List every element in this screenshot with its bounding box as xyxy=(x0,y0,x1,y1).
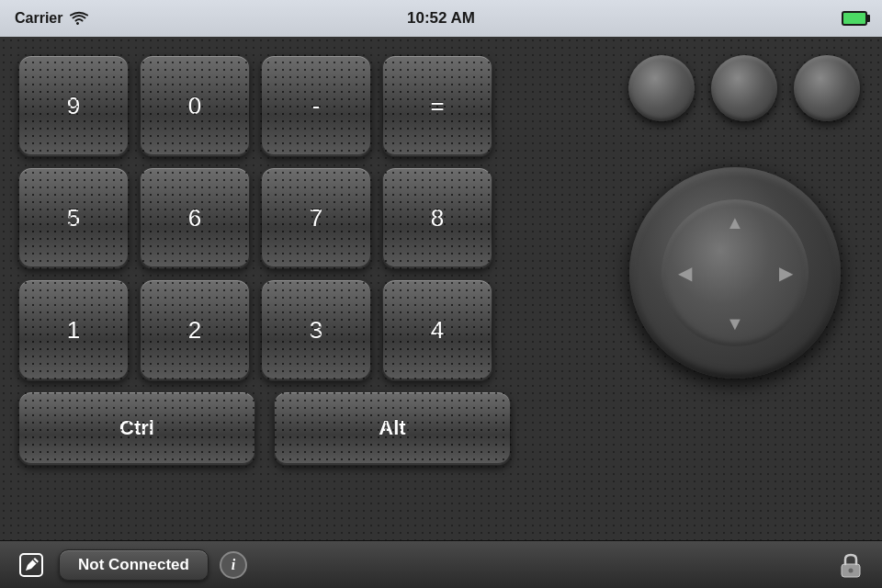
battery-icon xyxy=(842,11,867,26)
svg-point-2 xyxy=(849,568,854,572)
key-row-3: 1 2 3 4 xyxy=(18,279,533,380)
dpad-container: ▲ ▼ ◀ ▶ xyxy=(629,167,841,379)
circle-btn-3[interactable] xyxy=(794,55,860,121)
edit-button[interactable] xyxy=(15,548,48,582)
right-panel: ▲ ▼ ◀ ▶ xyxy=(606,55,864,505)
key-6[interactable]: 6 xyxy=(140,167,250,268)
status-bar: Carrier 10:52 AM xyxy=(0,0,882,37)
key-equals[interactable]: = xyxy=(382,55,492,156)
key-8[interactable]: 8 xyxy=(382,167,492,268)
main-keyboard-area: 9 0 - = 5 6 7 8 1 2 3 4 Ctrl Alt xyxy=(0,37,882,540)
key-1[interactable]: 1 xyxy=(18,279,129,380)
time-display: 10:52 AM xyxy=(407,9,475,28)
key-alt[interactable]: Alt xyxy=(274,391,511,465)
key-ctrl[interactable]: Ctrl xyxy=(18,391,255,465)
key-7[interactable]: 7 xyxy=(261,167,371,268)
circle-btn-2[interactable] xyxy=(711,55,777,121)
key-3[interactable]: 3 xyxy=(261,279,371,380)
dpad-right[interactable]: ▶ xyxy=(772,259,799,287)
keys-left-panel: 9 0 - = 5 6 7 8 1 2 3 4 Ctrl Alt xyxy=(18,55,533,465)
info-button[interactable]: i xyxy=(220,551,247,579)
key-row-4: Ctrl Alt xyxy=(18,391,533,465)
key-4[interactable]: 4 xyxy=(382,279,492,380)
dpad-left[interactable]: ◀ xyxy=(671,259,698,287)
bottom-toolbar: Not Connected i xyxy=(0,540,882,588)
key-5[interactable]: 5 xyxy=(18,167,129,268)
lock-icon[interactable] xyxy=(834,548,867,582)
dpad-up[interactable]: ▲ xyxy=(721,209,749,236)
circle-btn-1[interactable] xyxy=(628,55,695,121)
key-9[interactable]: 9 xyxy=(18,55,129,156)
dpad-arrows: ▲ ▼ ◀ ▶ xyxy=(662,199,808,346)
dpad-inner: ▲ ▼ ◀ ▶ xyxy=(662,199,808,346)
key-0[interactable]: 0 xyxy=(140,55,250,156)
circle-buttons-row xyxy=(606,55,864,121)
key-2[interactable]: 2 xyxy=(140,279,250,380)
key-row-1: 9 0 - = xyxy=(18,55,533,156)
dpad-down[interactable]: ▼ xyxy=(721,310,749,337)
wifi-icon xyxy=(70,11,88,26)
key-row-2: 5 6 7 8 xyxy=(18,167,533,268)
key-minus[interactable]: - xyxy=(261,55,371,156)
carrier-label: Carrier xyxy=(15,10,62,27)
battery-area xyxy=(842,11,867,26)
status-left: Carrier xyxy=(15,10,88,27)
not-connected-button[interactable]: Not Connected xyxy=(59,549,209,581)
